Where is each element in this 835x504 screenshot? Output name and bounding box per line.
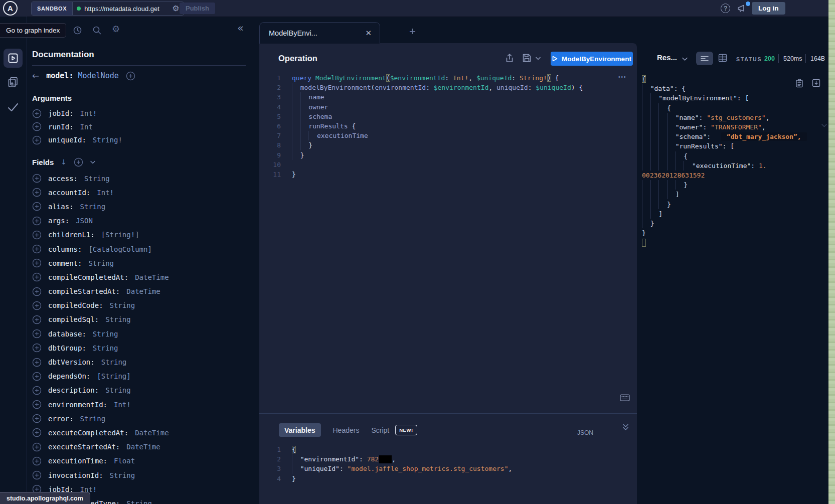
field-row[interactable]: compiledSql: String (32, 312, 253, 326)
add-field-icon[interactable] (32, 174, 42, 183)
field-type[interactable]: String (101, 358, 127, 366)
field-row[interactable]: compileStartedAt: DateTime (32, 284, 253, 298)
field-row[interactable]: dbtVersion: String (32, 355, 253, 369)
sort-down-icon[interactable]: ↓ (61, 158, 67, 166)
field-row[interactable]: description: String (32, 383, 253, 397)
save-icon[interactable] (522, 53, 532, 63)
share-icon[interactable] (505, 53, 515, 63)
field-type[interactable]: DateTime (126, 287, 160, 295)
endpoint-bar[interactable]: SANDBOX https://metadata.cloud.get ⚙ (31, 2, 184, 16)
publish-button[interactable]: Publish (180, 3, 215, 14)
field-type[interactable]: String (126, 499, 152, 504)
field-row[interactable]: compiledCode: String (32, 298, 253, 312)
field-row[interactable]: executeCompletedAt: DateTime (32, 426, 253, 440)
add-field-icon[interactable] (32, 287, 42, 296)
field-row[interactable]: dependsOn: [String] (32, 369, 253, 383)
endpoint-url-input[interactable]: https://metadata.cloud.get (84, 5, 169, 13)
settings-gear-icon[interactable]: ⚙ (112, 25, 120, 34)
argument-row[interactable]: uniqueId: String! (32, 133, 253, 147)
tree-view-toggle[interactable] (696, 52, 713, 65)
add-field-icon[interactable] (32, 315, 42, 324)
field-row[interactable]: accountId: Int! (32, 186, 253, 200)
add-field-icon[interactable] (32, 272, 42, 282)
field-type[interactable]: Int! (80, 109, 97, 117)
field-row[interactable]: executeStartedAt: DateTime (32, 440, 253, 454)
field-row[interactable]: executionTime: Float (32, 454, 253, 468)
collapse-bottom-panel-icon[interactable] (622, 424, 629, 431)
field-type[interactable]: [CatalogColumn] (88, 245, 151, 253)
add-field-icon[interactable] (32, 329, 42, 339)
field-row[interactable]: error: String (32, 412, 253, 426)
field-row[interactable]: childrenL1: [String!] (32, 228, 253, 242)
operation-tab[interactable]: ModelByEnvi... ✕ (259, 22, 380, 44)
field-type[interactable]: Int (80, 123, 93, 131)
add-field-icon[interactable] (32, 400, 42, 409)
add-field-icon[interactable] (32, 122, 42, 131)
field-type[interactable]: String (93, 330, 118, 338)
field-type[interactable]: Int! (114, 401, 131, 409)
add-field-icon[interactable] (32, 258, 42, 268)
login-button[interactable]: Log in (752, 2, 785, 15)
field-row[interactable]: invocationId: String (32, 468, 253, 482)
new-tab-icon[interactable]: + (409, 25, 416, 38)
schema-rail-button[interactable] (7, 76, 20, 89)
run-operation-button[interactable]: ModelByEnvironment (551, 52, 633, 66)
add-field-icon[interactable] (32, 386, 42, 395)
add-field-icon[interactable] (32, 301, 42, 310)
add-field-icon[interactable] (32, 470, 42, 480)
field-row[interactable]: alias: String (32, 200, 253, 214)
add-field-icon[interactable] (32, 414, 42, 423)
table-view-toggle[interactable] (718, 54, 727, 62)
field-type[interactable]: String (105, 386, 131, 394)
connection-settings-gear-icon[interactable]: ⚙ (172, 5, 179, 13)
field-type[interactable]: [String] (97, 372, 130, 380)
argument-row[interactable]: runId: Int (32, 120, 253, 134)
response-chevron-icon[interactable] (682, 57, 688, 61)
save-options-chevron-icon[interactable] (536, 57, 541, 60)
add-all-fields-icon[interactable] (126, 71, 135, 81)
add-field-icon[interactable] (32, 343, 42, 353)
argument-row[interactable]: jobId: Int! (32, 107, 253, 120)
field-type[interactable]: String (110, 301, 135, 309)
checks-rail-button[interactable] (7, 101, 20, 114)
field-type[interactable]: String (105, 315, 131, 323)
type-link[interactable]: ModelNode (78, 71, 118, 80)
add-field-icon[interactable] (32, 244, 42, 254)
add-field-icon[interactable] (32, 230, 42, 240)
field-type[interactable]: String (93, 344, 118, 352)
close-tab-icon[interactable]: ✕ (365, 29, 380, 38)
add-field-icon[interactable] (32, 202, 42, 211)
field-type[interactable]: DateTime (135, 429, 169, 437)
field-type[interactable]: DateTime (135, 273, 169, 281)
tab-script[interactable]: Script (371, 426, 389, 434)
field-type[interactable]: DateTime (126, 443, 160, 451)
tab-variables[interactable]: Variables (279, 423, 321, 437)
add-fields-icon[interactable] (74, 157, 83, 167)
add-field-icon[interactable] (32, 188, 42, 197)
field-row[interactable]: access: String (32, 172, 253, 186)
add-field-icon[interactable] (32, 442, 42, 452)
field-row[interactable]: environmentId: Int! (32, 398, 253, 412)
field-type[interactable]: String (80, 203, 106, 211)
add-field-icon[interactable] (32, 135, 42, 145)
field-type[interactable]: JSON (76, 217, 93, 225)
field-row[interactable]: compileCompletedAt: DateTime (32, 270, 253, 284)
field-row[interactable]: columns: [CatalogColumn] (32, 242, 253, 256)
explorer-rail-button[interactable] (4, 49, 23, 68)
history-icon[interactable] (73, 26, 82, 35)
field-row[interactable]: database: String (32, 327, 253, 341)
endpoint-url-area[interactable]: https://metadata.cloud.get ⚙ (73, 2, 183, 15)
add-field-icon[interactable] (32, 372, 42, 381)
add-field-icon[interactable] (32, 358, 42, 367)
add-field-icon[interactable] (32, 456, 42, 466)
chevron-down-icon[interactable] (90, 160, 95, 164)
graphql-editor[interactable]: 1query ModelByEnvironment($environmentId… (259, 73, 637, 179)
apollo-logo[interactable]: A (3, 1, 18, 16)
field-type[interactable]: String (84, 175, 110, 183)
back-arrow-icon[interactable]: ← (32, 71, 39, 81)
search-icon[interactable] (92, 26, 102, 35)
tab-headers[interactable]: Headers (333, 426, 360, 434)
field-type[interactable]: String (80, 415, 106, 423)
variables-editor[interactable]: 1{2"environmentId": 782,3"uniqueId": "mo… (259, 445, 637, 483)
add-field-icon[interactable] (32, 216, 42, 226)
